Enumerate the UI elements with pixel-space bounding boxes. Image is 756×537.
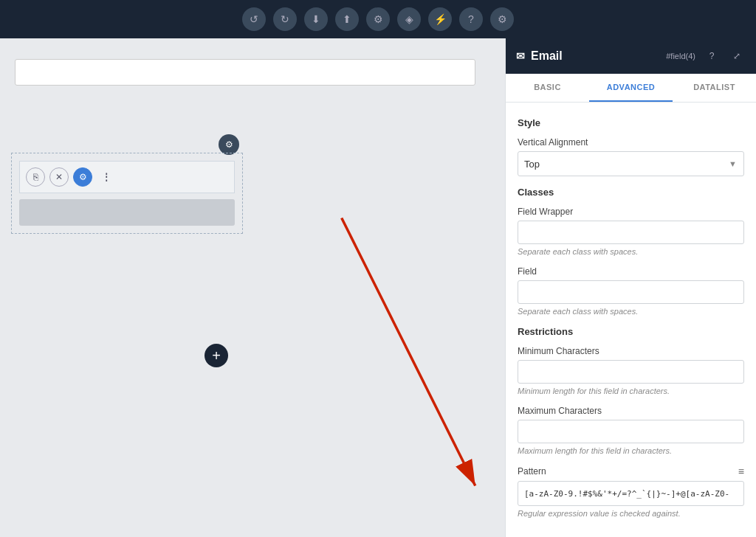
main-layout: ⚙ ⎘ ✕ ⚙ ⋮ + ✉ — [0, 38, 756, 537]
canvas-top-input — [15, 59, 475, 86]
panel-header-actions: #field(4) ? ⤢ — [666, 47, 746, 65]
add-block-button[interactable]: + — [205, 344, 228, 367]
svg-line-1 — [342, 218, 475, 486]
help-icon[interactable]: ? — [459, 7, 483, 31]
style-section-title: Style — [518, 117, 744, 128]
max-chars-hint: Maximum length for this field in charact… — [518, 446, 744, 455]
integrations-icon[interactable]: ◈ — [397, 7, 421, 31]
field-class-label: Field — [518, 266, 744, 277]
settings-control[interactable]: ⚙ — [73, 167, 92, 187]
canvas-area: ⚙ ⎘ ✕ ⚙ ⋮ + — [0, 38, 505, 537]
panel-title: Email — [531, 49, 563, 63]
field-class-input[interactable] — [518, 280, 744, 304]
block-gear-icon[interactable]: ⚙ — [219, 134, 239, 155]
pattern-hint: Regular expression value is checked agai… — [518, 509, 744, 518]
tab-advanced[interactable]: ADVANCED — [589, 74, 673, 102]
field-class-group: Field Separate each class with spaces. — [518, 266, 744, 316]
panel-body: Style Vertical Alignment Top Middle Bott… — [506, 103, 756, 537]
panel-title-area: ✉ Email — [516, 49, 563, 63]
field-id-label: #field(4) — [666, 52, 695, 60]
expand-icon[interactable]: ⤢ — [728, 47, 746, 65]
field-wrapper-input[interactable] — [518, 221, 744, 244]
field-class-hint: Separate each class with spaces. — [518, 307, 744, 316]
classes-section-title: Classes — [518, 187, 744, 198]
field-wrapper-label: Field Wrapper — [518, 207, 744, 217]
settings-icon[interactable]: ⚙ — [366, 7, 390, 31]
panel-header: ✉ Email #field(4) ? ⤢ — [506, 38, 756, 74]
email-input-bar — [19, 199, 235, 226]
gear-icon[interactable]: ⚙ — [490, 7, 514, 31]
vertical-alignment-select[interactable]: Top Middle Bottom — [518, 151, 744, 176]
max-chars-group: Maximum Characters Maximum length for th… — [518, 406, 744, 455]
vertical-alignment-select-wrapper: Top Middle Bottom ▼ — [518, 151, 744, 176]
redo-icon[interactable]: ↻ — [273, 7, 297, 31]
vertical-alignment-label: Vertical Alignment — [518, 137, 744, 148]
max-chars-label: Maximum Characters — [518, 406, 744, 416]
pattern-input[interactable] — [518, 481, 744, 506]
lightning-icon[interactable]: ⚡ — [428, 7, 452, 31]
field-wrapper-hint: Separate each class with spaces. — [518, 247, 744, 256]
more-control[interactable]: ⋮ — [97, 167, 116, 187]
min-chars-group: Minimum Characters Minimum length for th… — [518, 346, 744, 395]
upload-icon[interactable]: ⬆ — [335, 7, 359, 31]
pattern-group: Pattern ≡ Regular expression value is ch… — [518, 465, 744, 518]
block-inner: ⎘ ✕ ⚙ ⋮ — [19, 161, 235, 193]
panel-tabs: BASIC ADVANCED DATALIST — [506, 74, 756, 103]
restrictions-section-title: Restrictions — [518, 326, 744, 337]
delete-control[interactable]: ✕ — [49, 167, 69, 187]
vertical-alignment-group: Vertical Alignment Top Middle Bottom ▼ — [518, 137, 744, 176]
pattern-header-row: Pattern ≡ — [518, 465, 744, 477]
arrow-annotation — [0, 38, 505, 537]
right-panel: ✉ Email #field(4) ? ⤢ BASIC ADVANCED DAT… — [505, 38, 756, 537]
tab-basic[interactable]: BASIC — [506, 74, 589, 102]
field-wrapper-group: Field Wrapper Separate each class with s… — [518, 207, 744, 256]
download-icon[interactable]: ⬇ — [304, 7, 328, 31]
min-chars-hint: Minimum length for this field in charact… — [518, 387, 744, 395]
undo-icon[interactable]: ↺ — [242, 7, 266, 31]
min-chars-label: Minimum Characters — [518, 346, 744, 356]
min-chars-input[interactable] — [518, 360, 744, 384]
help-panel-icon[interactable]: ? — [703, 47, 721, 65]
selected-block: ⎘ ✕ ⚙ ⋮ — [11, 153, 243, 234]
copy-control[interactable]: ⎘ — [26, 167, 45, 187]
email-icon: ✉ — [516, 50, 525, 62]
max-chars-input[interactable] — [518, 420, 744, 443]
pattern-menu-icon[interactable]: ≡ — [738, 465, 744, 477]
toolbar: ↺ ↻ ⬇ ⬆ ⚙ ◈ ⚡ ? ⚙ — [0, 0, 756, 38]
pattern-label: Pattern — [518, 466, 546, 477]
tab-datalist[interactable]: DATALIST — [673, 74, 756, 102]
